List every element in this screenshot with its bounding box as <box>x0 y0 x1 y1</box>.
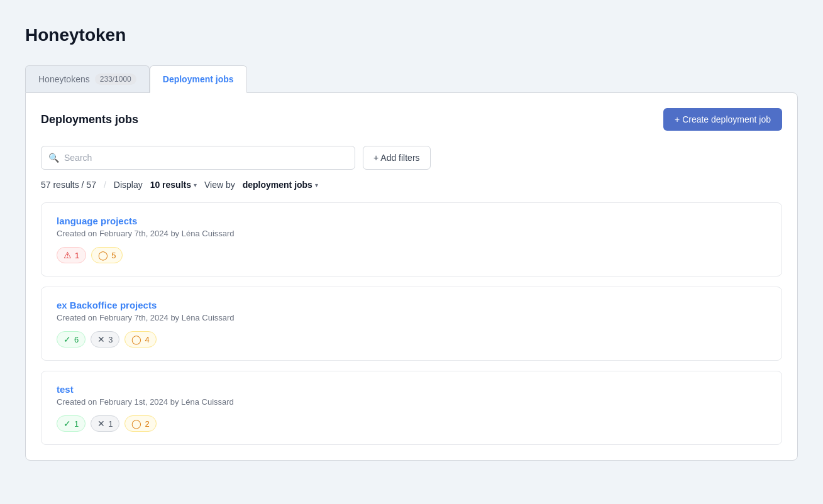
job-card-job1: language projectsCreated on February 7th… <box>41 202 782 277</box>
job-badges-job1: ⚠1◯5 <box>57 247 766 263</box>
success-icon: ✓ <box>64 334 71 344</box>
tab-honeytokens-label: Honeytokens <box>38 74 90 84</box>
badge-error: ⚠1 <box>57 247 86 263</box>
job-name-job3[interactable]: test <box>57 384 766 395</box>
display-dropdown[interactable]: Display 10 results ▾ <box>114 180 197 190</box>
create-deployment-job-button[interactable]: + Create deployment job <box>663 108 782 131</box>
error-icon: ⚠ <box>64 250 72 260</box>
viewby-value: deployment jobs <box>243 180 312 190</box>
pending-icon: ◯ <box>131 419 141 429</box>
search-input[interactable] <box>41 146 355 170</box>
badge-cancelled: ✕1 <box>91 415 119 432</box>
display-value: 10 results <box>150 180 191 190</box>
badge-cancelled: ✕3 <box>91 331 119 348</box>
cancelled-icon: ✕ <box>97 419 105 429</box>
content-panel: Deployments jobs + Create deployment job… <box>25 92 798 461</box>
search-wrapper: 🔍 <box>41 146 355 170</box>
search-filters-row: 🔍 + Add filters <box>41 146 782 170</box>
job-meta-job2: Created on February 7th, 2024 by Léna Cu… <box>57 313 766 322</box>
badge-count: 4 <box>145 335 149 344</box>
badge-count: 1 <box>74 419 79 429</box>
job-badges-job2: ✓6✕3◯4 <box>57 331 766 348</box>
search-icon: 🔍 <box>48 153 59 163</box>
tab-deployment-jobs[interactable]: Deployment jobs <box>150 65 247 93</box>
viewby-dropdown[interactable]: View by deployment jobs ▾ <box>204 180 318 190</box>
tabs-bar: Honeytokens 233/1000 Deployment jobs <box>25 65 798 92</box>
display-chevron-icon: ▾ <box>194 182 197 189</box>
job-card-job3: testCreated on February 1st, 2024 by Lén… <box>41 371 782 445</box>
badge-count: 1 <box>108 419 113 429</box>
badge-success: ✓6 <box>57 331 86 348</box>
badge-pending: ◯5 <box>91 247 123 263</box>
panel-header: Deployments jobs + Create deployment job <box>41 108 782 131</box>
pending-icon: ◯ <box>98 250 108 260</box>
job-meta-job1: Created on February 7th, 2024 by Léna Cu… <box>57 229 766 238</box>
badge-count: 3 <box>108 335 113 344</box>
jobs-list: language projectsCreated on February 7th… <box>41 202 782 445</box>
job-meta-job3: Created on February 1st, 2024 by Léna Cu… <box>57 397 766 407</box>
cancelled-icon: ✕ <box>97 334 105 344</box>
badge-count: 1 <box>75 251 79 260</box>
badge-count: 6 <box>74 335 79 344</box>
pending-icon: ◯ <box>131 334 141 344</box>
results-count: 57 results / 57 <box>41 180 96 190</box>
badge-pending: ◯2 <box>124 415 156 432</box>
badge-success: ✓1 <box>57 415 86 432</box>
results-row: 57 results / 57 / Display 10 results ▾ V… <box>41 180 782 190</box>
job-card-job2: ex Backoffice projectsCreated on Februar… <box>41 287 782 361</box>
tab-deployment-jobs-label: Deployment jobs <box>163 74 234 84</box>
display-label: Display <box>114 180 143 190</box>
success-icon: ✓ <box>64 419 71 429</box>
panel-title: Deployments jobs <box>41 113 138 126</box>
badge-count: 5 <box>111 251 116 260</box>
job-name-job1[interactable]: language projects <box>57 216 766 226</box>
tab-honeytokens[interactable]: Honeytokens 233/1000 <box>25 65 150 92</box>
page-title: Honeytoken <box>25 25 798 45</box>
job-name-job2[interactable]: ex Backoffice projects <box>57 300 766 310</box>
badge-count: 2 <box>145 419 149 429</box>
tab-honeytokens-badge: 233/1000 <box>95 74 136 85</box>
badge-pending: ◯4 <box>124 331 156 348</box>
add-filters-button[interactable]: + Add filters <box>363 146 431 170</box>
job-badges-job3: ✓1✕1◯2 <box>57 415 766 432</box>
viewby-chevron-icon: ▾ <box>315 182 318 189</box>
viewby-label: View by <box>204 180 235 190</box>
